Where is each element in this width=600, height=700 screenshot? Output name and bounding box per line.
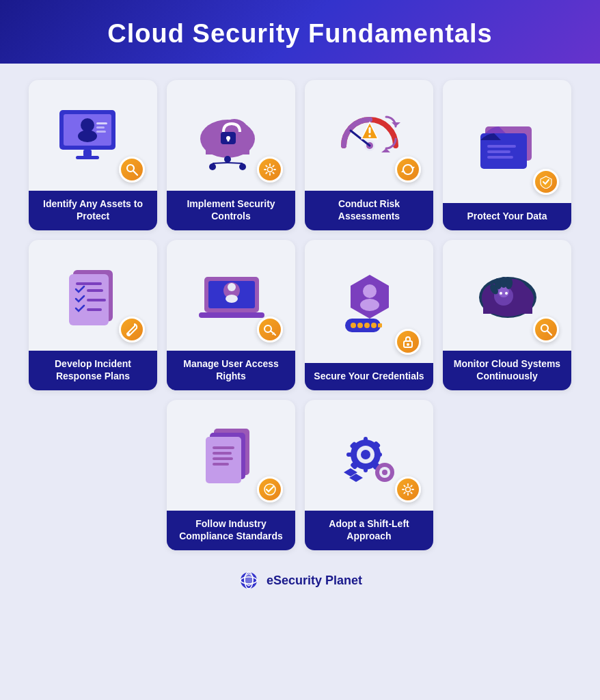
svg-marker-30 bbox=[392, 122, 400, 126]
gear-icon bbox=[263, 163, 277, 176]
footer-brand-text: eSecurity Planet bbox=[267, 574, 362, 588]
card-protect-data: Protect Your Data bbox=[443, 80, 571, 230]
laptop-user-icon bbox=[192, 263, 271, 332]
card-identify-assets: Identify Any Assets to Protect bbox=[29, 80, 157, 230]
svg-rect-95 bbox=[364, 437, 368, 444]
svg-point-23 bbox=[268, 167, 273, 172]
svg-rect-49 bbox=[199, 312, 264, 318]
wrench-icon bbox=[125, 323, 139, 336]
row-3: Follow Industry Compliance Standards bbox=[21, 400, 579, 550]
card-shift-left: Adopt a Shift-Left Approach bbox=[305, 400, 433, 550]
card-icon-monitor-cloud bbox=[443, 240, 571, 351]
svg-rect-64 bbox=[378, 323, 382, 327]
svg-point-63 bbox=[371, 323, 377, 328]
card-label-compliance: Follow Industry Compliance Standards bbox=[167, 511, 295, 550]
checkmark-icon bbox=[263, 483, 277, 496]
card-user-access: Manage User Access Rights bbox=[167, 240, 295, 390]
svg-rect-37 bbox=[487, 150, 510, 153]
svg-rect-42 bbox=[87, 289, 103, 292]
svg-rect-98 bbox=[375, 453, 382, 457]
card-implement-security: Implement Security Controls bbox=[167, 80, 295, 230]
svg-point-80 bbox=[500, 292, 502, 295]
cloud-lock-icon bbox=[192, 103, 271, 172]
svg-point-57 bbox=[363, 284, 377, 298]
shield-badge-4 bbox=[533, 169, 559, 195]
svg-rect-89 bbox=[213, 457, 233, 460]
svg-point-61 bbox=[357, 323, 363, 328]
svg-rect-6 bbox=[96, 131, 106, 133]
svg-point-66 bbox=[407, 343, 409, 346]
folder-stack-icon bbox=[468, 109, 547, 178]
svg-point-45 bbox=[128, 333, 130, 335]
card-label-implement-security: Implement Security Controls bbox=[167, 191, 295, 230]
svg-point-60 bbox=[351, 323, 356, 328]
card-icon-user-access bbox=[167, 240, 295, 351]
header: Cloud Security Fundamentals bbox=[0, 0, 600, 64]
card-label-shift-left: Adopt a Shift-Left Approach bbox=[305, 511, 433, 550]
page-wrapper: Cloud Security Fundamentals bbox=[0, 0, 600, 700]
svg-marker-33 bbox=[401, 170, 405, 172]
svg-point-52 bbox=[226, 295, 238, 303]
svg-rect-96 bbox=[364, 466, 368, 472]
card-icon-compliance bbox=[167, 400, 295, 511]
svg-point-62 bbox=[364, 323, 370, 328]
svg-point-108 bbox=[406, 487, 411, 492]
card-icon-incident-response bbox=[29, 240, 157, 351]
gear-badge-10 bbox=[395, 476, 421, 502]
svg-rect-88 bbox=[213, 452, 232, 455]
card-label-credentials: Secure Your Credentials bbox=[305, 363, 433, 390]
key-icon bbox=[263, 323, 277, 336]
card-icon-conduct-risk bbox=[305, 80, 433, 191]
svg-point-81 bbox=[505, 292, 508, 295]
card-label-user-access: Manage User Access Rights bbox=[167, 351, 295, 390]
card-icon-credentials bbox=[305, 240, 433, 363]
card-credentials: Secure Your Credentials bbox=[305, 240, 433, 390]
document-check-icon bbox=[54, 263, 133, 332]
card-label-conduct-risk: Conduct Risk Assessments bbox=[305, 191, 433, 230]
svg-point-58 bbox=[360, 299, 379, 311]
svg-point-3 bbox=[78, 130, 97, 142]
footer: eSecurity Planet bbox=[238, 569, 362, 591]
svg-point-94 bbox=[361, 450, 370, 459]
card-icon-protect-data bbox=[443, 80, 571, 203]
svg-line-83 bbox=[547, 331, 551, 335]
svg-rect-7 bbox=[83, 150, 92, 157]
svg-point-51 bbox=[228, 283, 236, 291]
row-1: Identify Any Assets to Protect bbox=[21, 80, 579, 230]
card-conduct-risk: Conduct Risk Assessments bbox=[305, 80, 433, 230]
card-label-incident-response: Develop Incident Response Plans bbox=[29, 351, 157, 390]
gears-hex-icon bbox=[330, 423, 409, 492]
card-icon-identify-assets bbox=[29, 80, 157, 191]
svg-rect-5 bbox=[96, 126, 105, 129]
gear-badge-2 bbox=[257, 157, 283, 183]
card-incident-response: Develop Incident Response Plans bbox=[29, 240, 157, 390]
lock-badge-7 bbox=[395, 329, 421, 355]
search-badge-1 bbox=[119, 157, 145, 183]
svg-rect-8 bbox=[76, 156, 99, 159]
card-icon-implement-security bbox=[167, 80, 295, 191]
svg-point-19 bbox=[209, 163, 216, 170]
document-badge-icon bbox=[192, 423, 271, 492]
monitor-shield-icon bbox=[54, 103, 133, 172]
wrench-badge-5 bbox=[119, 317, 145, 342]
gauge-warning-icon bbox=[330, 103, 409, 172]
search-icon bbox=[125, 163, 139, 176]
shield-icon bbox=[539, 175, 553, 189]
card-label-identify-assets: Identify Any Assets to Protect bbox=[29, 191, 157, 230]
hex-user-password-icon bbox=[330, 269, 409, 338]
card-monitor-cloud: Monitor Cloud Systems Continuously bbox=[443, 240, 571, 390]
refresh-icon bbox=[401, 163, 415, 176]
svg-rect-38 bbox=[487, 156, 513, 159]
search-badge-8 bbox=[533, 317, 559, 342]
card-icon-shift-left bbox=[305, 400, 433, 511]
svg-point-105 bbox=[382, 470, 387, 475]
svg-rect-28 bbox=[368, 127, 370, 133]
svg-point-18 bbox=[224, 156, 231, 163]
refresh-badge-3 bbox=[395, 157, 421, 183]
key-badge-6 bbox=[257, 317, 283, 342]
svg-rect-90 bbox=[213, 463, 229, 466]
svg-point-20 bbox=[239, 163, 246, 170]
planet-shield-icon bbox=[238, 569, 260, 591]
cloud-monitor-icon bbox=[468, 263, 547, 332]
svg-line-21 bbox=[213, 163, 228, 163]
